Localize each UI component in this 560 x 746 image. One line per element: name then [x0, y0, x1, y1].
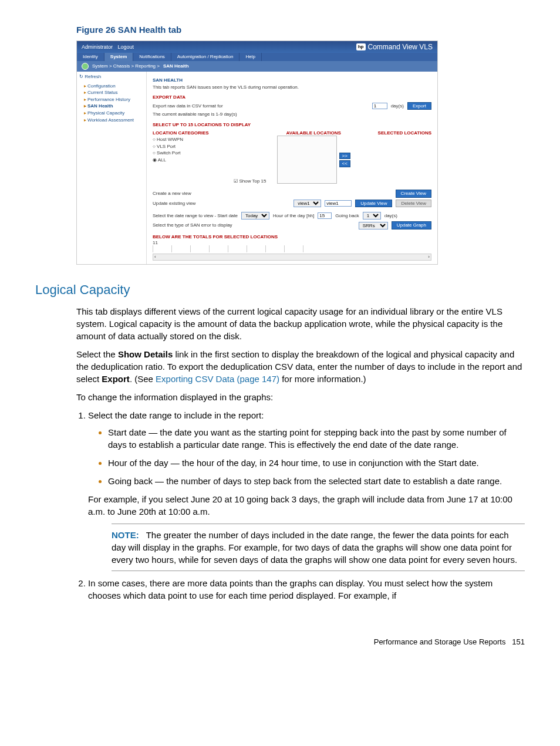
hour-label: Hour of the day [hh] — [273, 213, 314, 219]
scroll-left-icon[interactable]: ‹ — [154, 254, 156, 260]
available-locations-list[interactable] — [277, 136, 337, 184]
example-text: For example, if you select June 20 at 10… — [88, 493, 525, 518]
radio-all[interactable]: ◉ ALL — [153, 157, 223, 163]
date-range-label: Select the date range to view - Start da… — [153, 213, 238, 219]
show-top-checkbox[interactable]: ☑ Show Top 15 — [234, 178, 266, 184]
sidebar-item-workload-assessment[interactable]: ▸Workload Assessment — [84, 117, 144, 123]
scroll-right-icon[interactable]: › — [428, 254, 430, 260]
error-type-select[interactable]: SRRs — [359, 222, 388, 229]
radio-vls-port[interactable]: ○ VLS Port — [153, 144, 223, 150]
folder-icon: ▸ — [84, 90, 86, 95]
horizontal-scrollbar[interactable]: ‹› — [153, 254, 431, 261]
sidebar-item-current-status[interactable]: ▸Current Status — [84, 90, 144, 96]
logout-link[interactable]: Logout — [118, 44, 134, 50]
totals-heading: BELOW ARE THE TOTALS FOR SELECTED LOCATI… — [153, 234, 431, 240]
export-heading: EXPORT DATA — [153, 94, 431, 100]
link-exporting-csv[interactable]: Exporting CSV Data (page 147) — [156, 374, 279, 384]
paragraph: To change the information displayed in t… — [76, 391, 525, 403]
user-label: Administrator — [82, 44, 113, 50]
bullet-item: Hour of the day — the hour of the day, i… — [108, 457, 525, 469]
sidebar-item-san-health[interactable]: ▸SAN Health — [84, 103, 144, 109]
export-days-input[interactable] — [372, 103, 387, 109]
bullet-item: Going back — the number of days to step … — [108, 475, 525, 487]
note-label: NOTE: — [112, 530, 139, 540]
section-heading: Logical Capacity — [35, 281, 525, 299]
hp-logo: hp — [356, 43, 366, 50]
delete-view-button[interactable]: Delete View — [396, 200, 431, 208]
breadcrumb-path: System > Chassis > Reporting > — [92, 63, 160, 69]
update-view-label: Update existing view — [153, 201, 195, 207]
going-back-unit: day(s) — [384, 213, 397, 219]
folder-icon: ▸ — [84, 117, 86, 123]
paragraph: This tab displays different views of the… — [76, 305, 525, 342]
note-block: NOTE:The greater the number of days incl… — [112, 524, 525, 571]
export-label: Export raw data in CSV format for — [153, 103, 223, 109]
tab-system[interactable]: System — [104, 53, 133, 61]
move-left-button[interactable]: << — [339, 160, 350, 167]
chart-stub — [153, 245, 431, 252]
sidebar-item-physical-capacity[interactable]: ▸Physical Capacity — [84, 110, 144, 116]
export-button[interactable]: Export — [407, 102, 431, 110]
paragraph: Select the Show Details link in the firs… — [76, 348, 525, 385]
status-dot-icon — [82, 63, 89, 70]
refresh-link[interactable]: ↻ Refresh — [79, 74, 144, 80]
selected-locations-label: SELECTED LOCATIONS — [361, 130, 431, 136]
tab-identity[interactable]: Identity — [77, 53, 104, 61]
tab-notifications[interactable]: Notifications — [133, 53, 171, 61]
view-select[interactable]: view1 — [294, 200, 321, 207]
radio-host-wwpn[interactable]: ○ Host WWPN — [153, 137, 223, 143]
available-locations-label: AVAILABLE LOCATIONS — [277, 130, 350, 136]
move-right-button[interactable]: >> — [339, 153, 350, 160]
create-view-label: Create a new view — [153, 191, 191, 197]
chart-y-tick: 11 — [153, 240, 431, 246]
sidebar-item-configuration[interactable]: ▸Configuration — [84, 83, 144, 89]
main-panel: SAN HEALTH This tab reports SAN issues s… — [146, 72, 437, 264]
panel-title: SAN HEALTH — [153, 77, 431, 83]
folder-icon: ▸ — [84, 103, 86, 109]
tab-help[interactable]: Help — [239, 53, 261, 61]
bullet-item: Start date — the date you want as the st… — [108, 426, 525, 451]
folder-icon: ▸ — [84, 110, 86, 116]
page-footer: Performance and Storage Use Reports 151 — [35, 637, 525, 647]
export-days-unit: day(s) — [391, 103, 404, 109]
list-item: Select the date range to include in the … — [88, 409, 525, 571]
start-date-select[interactable]: Today — [241, 212, 269, 220]
breadcrumb-bar: System > Chassis > Reporting > SAN Healt… — [77, 61, 437, 72]
sidebar-item-performance-history[interactable]: ▸Performance History — [84, 97, 144, 103]
figure-caption: Figure 26 SAN Health tab — [76, 23, 525, 36]
location-categories-label: LOCATION CATEGORIES — [153, 130, 223, 136]
panel-desc: This tab reports SAN issues seen by the … — [153, 85, 431, 90]
folder-icon: ▸ — [84, 97, 86, 102]
radio-switch-port[interactable]: ○ Switch Port — [153, 150, 223, 156]
screenshot-san-health: Administrator Logout hp Command View VLS… — [76, 40, 438, 265]
locations-heading: SELECT UP TO 15 LOCATIONS TO DISPLAY — [153, 122, 431, 128]
going-back-select[interactable]: 1 — [363, 212, 381, 220]
update-view-button[interactable]: Update View — [355, 200, 392, 208]
export-range-note: The current available range is 1-9 day(s… — [153, 112, 431, 117]
hour-input[interactable] — [318, 212, 332, 219]
view-name-input[interactable] — [325, 200, 352, 207]
primary-tabs: Identity System Notifications Automigrat… — [77, 53, 437, 61]
sidebar: ↻ Refresh ▸Configuration ▸Current Status… — [77, 72, 146, 264]
folder-icon: ▸ — [84, 83, 86, 89]
going-back-label: Going back — [335, 213, 359, 219]
breadcrumb-current: SAN Health — [163, 63, 189, 69]
create-view-button[interactable]: Create View — [396, 190, 431, 198]
brand: hp Command View VLS — [356, 43, 433, 51]
update-graph-button[interactable]: Update Graph — [392, 221, 431, 229]
list-item: In some cases, there are more data point… — [88, 577, 525, 602]
tab-automigration[interactable]: Automigration / Replication — [171, 53, 240, 61]
app-titlebar: Administrator Logout hp Command View VLS — [77, 41, 437, 53]
error-type-label: Select the type of SAN error to display — [153, 222, 232, 228]
